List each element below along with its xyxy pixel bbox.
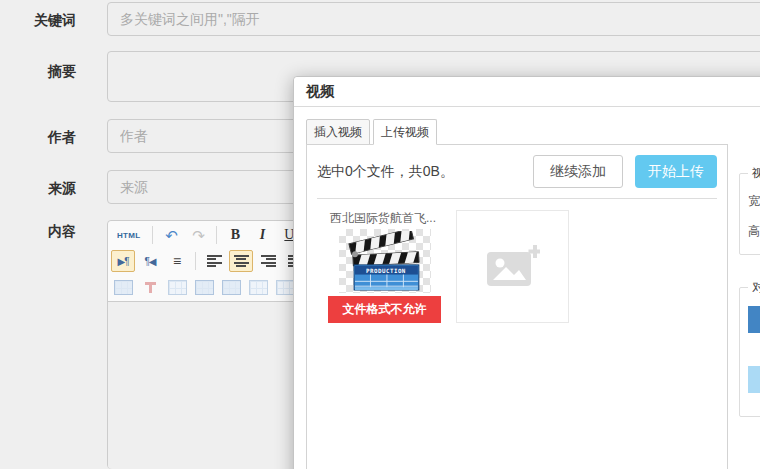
auto-typeset-button[interactable]: ≡	[165, 250, 189, 272]
video-size-legend: 视频尺寸	[748, 165, 760, 182]
dialog-title: 视频	[306, 83, 334, 99]
indent-first-line-button[interactable]: ▶¶	[111, 250, 135, 272]
source-code-button[interactable]: HTML	[111, 224, 146, 246]
insert-row-right-button[interactable]	[192, 276, 216, 298]
dialog-title-bar[interactable]: 视频	[294, 77, 760, 107]
insert-row-right-icon	[195, 280, 214, 295]
insert-column-icon	[114, 280, 133, 295]
redo-icon: ↷	[192, 228, 205, 243]
italic-button[interactable]: I	[250, 224, 274, 246]
undo-button[interactable]: ↶	[159, 224, 183, 246]
align-option-1[interactable]	[748, 306, 760, 333]
align-left-button[interactable]	[202, 250, 226, 272]
merge-cells-icon	[168, 280, 187, 295]
article-edit-page: 关键词 摘要 作者 来源 内容 HTML ↶ ↷ B I	[0, 0, 760, 469]
file-item[interactable]: 西北国际货航首飞...	[328, 210, 441, 323]
alignment-legend: 对齐方式	[748, 279, 760, 296]
insert-row-down-button[interactable]	[219, 276, 243, 298]
upload-status-bar: 选中0个文件，共0B。 继续添加 开始上传	[307, 145, 727, 198]
bold-icon: B	[231, 227, 240, 243]
video-size-fieldset: 视频尺寸 宽 高	[739, 165, 760, 255]
file-name: 西北国际货航首飞...	[328, 210, 441, 227]
height-label: 高	[748, 224, 760, 238]
file-error-badge: 文件格式不允许	[328, 296, 441, 323]
auto-typeset-icon: ≡	[173, 254, 181, 268]
svg-text:PRODUCTION: PRODUCTION	[366, 268, 406, 274]
dialog-side-panel: 视频尺寸 宽 高 对齐方式	[739, 165, 760, 417]
merge-cells-button[interactable]	[165, 276, 189, 298]
continue-add-button[interactable]: 继续添加	[533, 155, 623, 188]
toolbar-separator	[152, 226, 153, 244]
tab-insert-video[interactable]: 插入视频	[306, 119, 370, 145]
clapperboard-production-icon: PRODUCTION	[347, 231, 423, 291]
toolbar-separator	[195, 252, 196, 270]
table-full-icon	[276, 280, 295, 295]
alignment-fieldset: 对齐方式	[739, 279, 760, 417]
keyword-label: 关键词	[0, 10, 76, 30]
redo-button[interactable]: ↷	[186, 224, 210, 246]
width-row: 宽	[748, 188, 760, 214]
source-label: 来源	[0, 178, 76, 198]
insert-table-button[interactable]	[246, 276, 270, 298]
align-right-button[interactable]	[256, 250, 280, 272]
undo-icon: ↶	[165, 228, 178, 243]
author-label: 作者	[0, 127, 76, 147]
add-file-button[interactable]	[456, 210, 569, 323]
align-center-button[interactable]	[229, 250, 253, 272]
tab-upload-video[interactable]: 上传视频	[373, 119, 437, 145]
insert-column-button[interactable]	[111, 276, 135, 298]
align-right-icon	[261, 255, 276, 268]
align-option-2[interactable]	[748, 366, 760, 393]
abstract-label: 摘要	[0, 61, 76, 81]
toolbar-separator	[216, 226, 217, 244]
align-center-icon	[234, 255, 249, 268]
indent-first-line-icon: ▶¶	[117, 256, 128, 267]
align-left-icon	[207, 255, 222, 268]
content-label: 内容	[0, 221, 76, 241]
remove-indent-button[interactable]: ¶◀	[138, 250, 162, 272]
html-source-icon: HTML	[117, 231, 140, 240]
file-thumbnail: PRODUCTION	[339, 229, 431, 293]
upload-panel: 选中0个文件，共0B。 继续添加 开始上传 西北国际货航首飞...	[306, 144, 728, 469]
dialog-tabs: 插入视频 上传视频	[306, 119, 440, 145]
width-label: 宽	[748, 194, 760, 208]
italic-icon: I	[260, 227, 265, 243]
insert-table-icon	[249, 280, 268, 295]
add-image-icon	[486, 244, 540, 290]
bold-button[interactable]: B	[223, 224, 247, 246]
start-upload-button[interactable]: 开始上传	[635, 155, 717, 188]
delete-column-button[interactable]	[138, 276, 162, 298]
insert-row-down-icon	[222, 280, 241, 295]
remove-indent-icon: ¶◀	[144, 256, 155, 267]
file-queue: 西北国际货航首飞...	[307, 199, 727, 323]
keyword-input[interactable]	[107, 2, 760, 36]
video-dialog: 视频 插入视频 上传视频 选中0个文件，共0B。 继续添加 开始上传 西北国际货…	[293, 76, 760, 469]
delete-column-icon	[144, 281, 157, 294]
upload-status-text: 选中0个文件，共0B。	[317, 163, 533, 181]
height-row: 高	[748, 218, 760, 244]
